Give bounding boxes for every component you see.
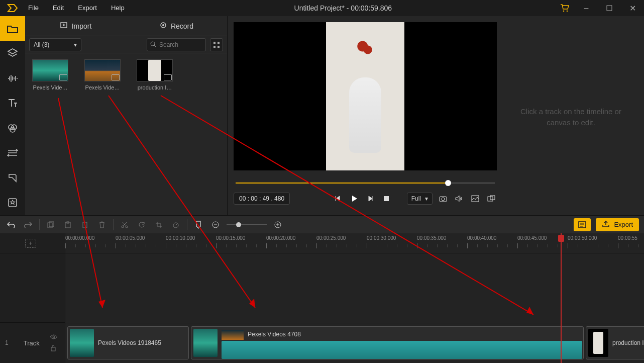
undo-icon[interactable] <box>5 219 17 231</box>
timeline-clip[interactable]: Pexels Videos 4708 <box>191 326 584 359</box>
ruler-tick: 00:00:20.000 <box>266 235 295 241</box>
paste-icon[interactable] <box>62 219 74 231</box>
preview-timecode: 00 : 00 : 49 . 480 <box>234 193 290 205</box>
track-header[interactable]: 1 Track <box>0 323 65 363</box>
rotate-icon[interactable] <box>136 219 148 231</box>
volume-icon[interactable] <box>454 193 465 204</box>
tab-import[interactable]: Import <box>25 16 126 36</box>
search-input[interactable] <box>159 41 199 48</box>
media-item[interactable]: Pexels Vide… <box>30 59 70 90</box>
cart-icon[interactable] <box>555 0 575 16</box>
preview-viewport[interactable] <box>234 22 497 170</box>
svg-point-31 <box>53 336 55 338</box>
media-search[interactable] <box>147 38 206 51</box>
rail-layers-icon[interactable] <box>0 41 25 66</box>
svg-rect-11 <box>218 42 220 44</box>
marker-icon[interactable] <box>192 219 204 231</box>
timeline-clip[interactable]: production ID_4272655 <box>586 326 644 359</box>
window-controls: – ✕ <box>555 0 644 16</box>
tab-import-label: Import <box>72 22 92 30</box>
left-rail <box>0 16 25 215</box>
svg-point-9 <box>151 42 155 46</box>
playhead[interactable] <box>561 233 562 363</box>
tab-record[interactable]: Record <box>126 16 227 36</box>
rail-transitions-icon[interactable] <box>0 141 25 166</box>
preview-size-dropdown[interactable]: Full ▾ <box>407 193 433 205</box>
menu-help[interactable]: Help <box>104 0 132 16</box>
cut-clip-icon[interactable] <box>79 219 91 231</box>
minimize-button[interactable]: – <box>575 0 598 16</box>
svg-rect-17 <box>472 196 479 202</box>
timeline-track-row[interactable]: Pexels Videos 1918465 Pexels Videos 4708… <box>65 323 644 363</box>
clip-thumbnail <box>588 329 608 357</box>
stop-icon[interactable] <box>381 193 392 204</box>
delete-icon[interactable] <box>96 219 108 231</box>
timeline-empty-area[interactable] <box>65 253 644 323</box>
rail-text-icon[interactable] <box>0 91 25 116</box>
visibility-icon[interactable] <box>50 332 58 341</box>
timeline-left-header: + <box>0 233 65 253</box>
export-button[interactable]: Export <box>596 218 639 231</box>
svg-rect-10 <box>213 42 216 44</box>
media-filter-dropdown[interactable]: All (3) ▾ <box>29 38 81 51</box>
timeline: + 1 Track 00:00:00.00000:00:05.00000:00:… <box>0 233 644 363</box>
play-icon[interactable] <box>349 193 360 204</box>
lock-icon[interactable] <box>50 344 58 353</box>
media-thumbnail <box>32 59 68 81</box>
seek-track[interactable] <box>236 183 495 184</box>
grid-view-icon[interactable] <box>210 38 223 51</box>
timeline-clip[interactable]: Pexels Videos 1918465 <box>67 326 189 359</box>
timeline-ruler[interactable]: 00:00:00.00000:00:05.00000:00:10.00000:0… <box>65 233 644 253</box>
close-button[interactable]: ✕ <box>621 0 644 16</box>
menu-export[interactable]: Export <box>71 0 104 16</box>
add-track-button[interactable]: + <box>25 239 36 248</box>
seek-thumb[interactable] <box>445 180 451 186</box>
menu-file[interactable]: File <box>21 0 46 16</box>
speed-icon[interactable] <box>170 219 182 231</box>
annotation-button[interactable] <box>574 218 591 231</box>
clip-label: Pexels Videos 1918465 <box>98 339 161 346</box>
prev-frame-icon[interactable] <box>333 193 344 204</box>
rail-favorites-icon[interactable] <box>0 191 25 216</box>
media-item[interactable]: Pexels Vide… <box>82 59 123 90</box>
redo-icon[interactable] <box>22 219 34 231</box>
timeline-body[interactable]: 00:00:00.00000:00:05.00000:00:10.00000:0… <box>65 233 644 363</box>
zoom-slider[interactable] <box>227 224 267 225</box>
track-name: Track <box>18 339 46 347</box>
playback-controls: 00 : 00 : 49 . 480 Full ▾ <box>234 193 497 205</box>
video-badge-icon <box>112 74 120 80</box>
zoom-in-icon[interactable] <box>272 219 284 231</box>
media-filter-row: All (3) ▾ <box>25 36 227 53</box>
svg-rect-12 <box>213 46 216 48</box>
media-name: Pexels Vide… <box>30 84 70 90</box>
title-bar: File Edit Export Help Untitled Project* … <box>0 0 644 16</box>
next-frame-icon[interactable] <box>365 193 376 204</box>
rail-filters-icon[interactable] <box>0 116 25 141</box>
media-item[interactable]: production I… <box>135 59 175 90</box>
copy-icon[interactable] <box>45 219 57 231</box>
svg-rect-13 <box>218 46 220 48</box>
svg-rect-2 <box>607 6 612 11</box>
aspect-icon[interactable] <box>470 193 481 204</box>
svg-point-0 <box>563 11 565 12</box>
svg-point-16 <box>442 198 445 201</box>
seek-bar[interactable] <box>234 178 497 188</box>
detach-icon[interactable] <box>486 193 497 204</box>
ruler-tick: 00:00:05.000 <box>116 235 145 241</box>
maximize-button[interactable] <box>598 0 621 16</box>
media-thumbnail <box>84 59 121 81</box>
crop-icon[interactable] <box>153 219 165 231</box>
snapshot-icon[interactable] <box>438 193 449 204</box>
split-icon[interactable] <box>119 219 131 231</box>
track-index: 1 <box>5 339 9 346</box>
export-label: Export <box>614 221 633 228</box>
menu-edit[interactable]: Edit <box>46 0 71 16</box>
svg-point-25 <box>122 226 124 228</box>
rail-stickers-icon[interactable] <box>0 165 25 191</box>
rail-audio-icon[interactable] <box>0 66 25 91</box>
rail-media-icon[interactable] <box>0 16 25 41</box>
preview-controls: 00 : 00 : 49 . 480 Full ▾ <box>234 170 497 212</box>
preview-left: 00 : 00 : 49 . 480 Full ▾ <box>234 22 497 212</box>
zoom-thumb[interactable] <box>236 222 241 227</box>
zoom-out-icon[interactable] <box>209 219 222 231</box>
